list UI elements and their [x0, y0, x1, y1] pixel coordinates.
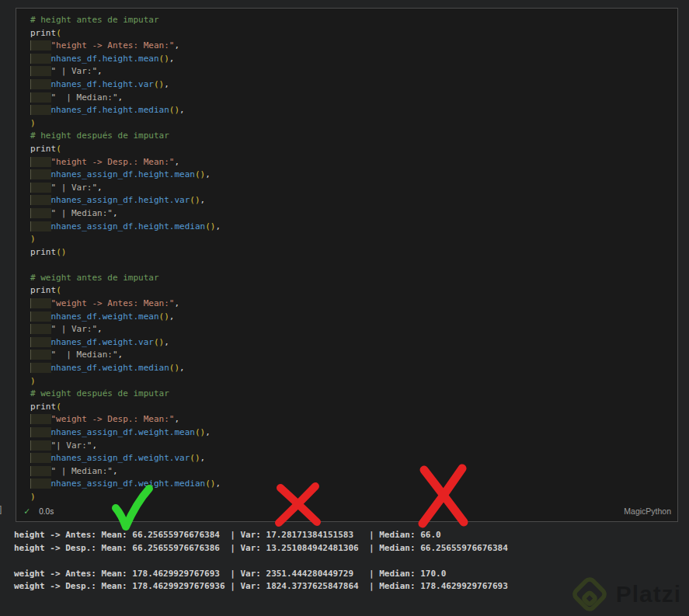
code-token: , — [200, 453, 206, 463]
execution-duration: 0.0s — [39, 507, 54, 516]
code-line[interactable]: "height -> Antes: Mean:", — [30, 40, 677, 53]
code-token: " | Median:" — [51, 208, 113, 218]
code-token: , — [169, 54, 175, 64]
code-token: () — [159, 54, 169, 64]
code-token: () — [56, 247, 66, 257]
code-line[interactable]: print() — [30, 246, 677, 259]
code-token: , — [200, 195, 206, 205]
code-token: ( — [56, 144, 61, 154]
execution-count-bracket: ] — [0, 505, 3, 516]
code-line[interactable]: nhanes_assign_df.height.var(), — [30, 194, 677, 207]
code-token: ( — [56, 28, 61, 38]
code-token: , — [215, 221, 221, 231]
code-token: , — [118, 92, 124, 103]
code-line[interactable]: nhanes_df.height.mean(), — [30, 53, 677, 66]
code-token: nhanes_df.height.var — [51, 79, 154, 89]
indent-guide — [30, 363, 51, 373]
success-check-icon: ✓ — [24, 506, 30, 517]
code-line[interactable]: "weight -> Desp.: Mean:", — [30, 413, 677, 426]
code-line[interactable]: "height -> Desp.: Mean:", — [30, 156, 677, 169]
code-token: nhanes_df.weight.mean — [51, 311, 159, 322]
code-line[interactable]: nhanes_df.weight.var(), — [30, 336, 677, 350]
code-line[interactable]: ) — [30, 491, 677, 503]
code-line[interactable]: ) — [30, 375, 677, 388]
code-line[interactable]: "weight -> Antes: Mean:", — [30, 298, 677, 311]
code-line[interactable]: nhanes_assign_df.weight.var(), — [30, 452, 677, 465]
code-line[interactable]: "| Var:", — [30, 440, 677, 453]
code-token: print — [30, 285, 56, 295]
code-line[interactable]: nhanes_assign_df.height.mean(), — [30, 169, 677, 182]
code-token: ) — [30, 492, 36, 502]
code-line[interactable]: " | Var:", — [30, 323, 677, 336]
code-token: , — [118, 350, 124, 360]
code-line[interactable]: print( — [30, 143, 677, 156]
code-line[interactable]: ​ — [30, 259, 677, 272]
notebook-screen: ] # height antes de imputarprint( "heigh… — [0, 0, 689, 616]
code-line[interactable]: nhanes_df.height.var(), — [30, 78, 677, 92]
code-line[interactable]: nhanes_df.weight.mean(), — [30, 311, 677, 324]
code-token: nhanes_assign_df.height.median — [51, 221, 206, 231]
code-line[interactable]: " | Median:", — [30, 92, 677, 105]
code-token: , — [92, 440, 97, 451]
code-token: "weight -> Antes: Mean:" — [51, 298, 175, 308]
code-line[interactable]: ) — [30, 117, 677, 131]
code-token: nhanes_assign_df.height.mean — [51, 169, 195, 179]
code-token: nhanes_assign_df.weight.median — [51, 479, 206, 489]
code-line[interactable]: # height después de imputar — [30, 130, 677, 143]
code-token: # height antes de imputar — [30, 15, 159, 25]
code-token: () — [195, 427, 205, 437]
code-token: , — [97, 66, 103, 76]
code-token: ( — [56, 402, 61, 412]
code-line[interactable]: " | Median:", — [30, 207, 677, 221]
output-line: height -> Antes: Mean: 66.25655976676384… — [14, 529, 689, 542]
code-line[interactable]: # weight después de imputar — [30, 388, 677, 401]
indent-guide — [30, 221, 51, 231]
code-token: "weight -> Desp.: Mean:" — [51, 414, 175, 424]
code-token: , — [164, 337, 169, 347]
code-line[interactable]: nhanes_assign_df.weight.mean(), — [30, 426, 677, 440]
code-line[interactable]: nhanes_df.height.median(), — [30, 104, 677, 117]
code-token: () — [169, 105, 179, 115]
indent-guide — [30, 79, 51, 89]
indent-guide — [30, 105, 51, 115]
code-line[interactable]: nhanes_df.weight.median(), — [30, 362, 677, 375]
platzi-logo-icon — [569, 575, 610, 614]
code-token: nhanes_assign_df.weight.mean — [51, 427, 195, 437]
code-line[interactable]: print( — [30, 401, 677, 414]
indent-guide — [30, 479, 51, 489]
code-token: , — [205, 169, 211, 179]
code-token: , — [174, 157, 179, 167]
code-line[interactable]: " | Median:", — [30, 349, 677, 362]
code-token: " | Var:" — [51, 183, 98, 193]
code-token: () — [154, 79, 164, 89]
code-token: " | Median:" — [51, 466, 113, 476]
code-token: nhanes_df.height.median — [51, 105, 169, 115]
code-line[interactable]: # weight antes de imputar — [30, 272, 677, 285]
code-token: ) — [30, 234, 36, 244]
code-line[interactable]: print( — [30, 284, 677, 298]
code-token: () — [154, 337, 164, 347]
code-token: # height después de imputar — [30, 131, 169, 141]
code-line[interactable]: ) — [30, 233, 677, 246]
indent-guide — [30, 40, 51, 50]
code-token: () — [159, 311, 169, 322]
code-line[interactable]: nhanes_assign_df.weight.median(), — [30, 478, 677, 491]
code-token: , — [113, 208, 118, 218]
code-line[interactable]: nhanes_assign_df.height.median(), — [30, 221, 677, 234]
indent-guide — [30, 183, 51, 193]
code-token: print — [30, 247, 56, 257]
code-token: nhanes_df.weight.var — [51, 337, 154, 347]
code-line[interactable]: " | Var:", — [30, 182, 677, 195]
code-line[interactable]: " | Median:", — [30, 465, 677, 479]
language-mode-label[interactable]: MagicPython — [624, 506, 671, 516]
indent-guide — [30, 440, 51, 451]
indent-guide — [30, 208, 51, 218]
code-editor[interactable]: # height antes de imputarprint( "height … — [16, 9, 677, 503]
code-line[interactable]: " | Var:", — [30, 65, 677, 78]
code-token: , — [179, 363, 185, 373]
code-line[interactable]: # height antes de imputar — [30, 14, 677, 27]
code-token: "| Var:" — [51, 440, 92, 451]
code-token: "height -> Antes: Mean:" — [51, 40, 175, 50]
code-token: " | Var:" — [51, 324, 98, 334]
code-line[interactable]: print( — [30, 27, 677, 40]
